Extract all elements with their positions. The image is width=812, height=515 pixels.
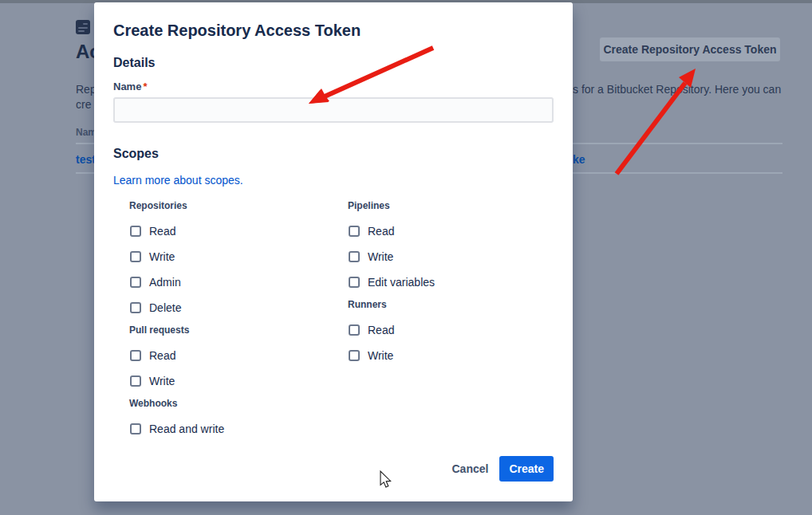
scope-group-repositories: Repositories Read Write Admin Delete	[113, 200, 332, 313]
scope-option-label: Delete	[149, 302, 181, 313]
scope-option-pipelines-write[interactable]: Write	[349, 251, 554, 262]
scopes-section-heading: Scopes	[113, 146, 554, 162]
scope-option-label: Write	[368, 350, 393, 361]
details-section-heading: Details	[113, 55, 554, 71]
checkbox-unchecked-icon[interactable]	[349, 324, 360, 336]
scope-option-label: Write	[149, 251, 175, 262]
scope-option-label: Write	[368, 251, 393, 262]
scope-group-label: Repositories	[129, 200, 332, 211]
scopes-column-right: Pipelines Read Write Edit variables Runn…	[332, 200, 554, 434]
checkbox-unchecked-icon[interactable]	[130, 350, 141, 361]
scope-option-label: Read	[368, 324, 394, 336]
scope-group-label: Runners	[348, 299, 554, 310]
token-name-link[interactable]: test	[76, 153, 96, 166]
scopes-column-left: Repositories Read Write Admin Delete	[113, 200, 332, 434]
scope-option-label: Edit variables	[368, 277, 435, 288]
checkbox-unchecked-icon[interactable]	[130, 226, 141, 237]
scope-option-label: Read	[149, 350, 175, 361]
scope-option-repositories-write[interactable]: Write	[130, 251, 332, 262]
checkbox-unchecked-icon[interactable]	[130, 423, 141, 434]
scope-option-runners-read[interactable]: Read	[349, 324, 554, 336]
checkbox-unchecked-icon[interactable]	[349, 277, 360, 288]
checkbox-unchecked-icon[interactable]	[349, 350, 360, 361]
scope-option-label: Read and write	[149, 423, 224, 434]
checkbox-unchecked-icon[interactable]	[130, 302, 141, 313]
scope-option-label: Read	[368, 226, 394, 237]
scope-option-label: Read	[149, 226, 175, 237]
checkbox-unchecked-icon[interactable]	[130, 375, 141, 387]
checkbox-unchecked-icon[interactable]	[130, 277, 141, 288]
scope-option-pipelines-read[interactable]: Read	[349, 226, 554, 237]
scope-option-repositories-read[interactable]: Read	[130, 226, 332, 237]
cancel-button[interactable]: Cancel	[443, 458, 496, 480]
scope-group-label: Pipelines	[348, 200, 554, 211]
scope-option-pipelines-edit-variables[interactable]: Edit variables	[349, 277, 554, 288]
page-description-fragment: s for a Bitbucket Repository. Here you c…	[573, 83, 781, 96]
scope-option-pull-requests-read[interactable]: Read	[130, 350, 332, 361]
scope-option-runners-write[interactable]: Write	[349, 350, 554, 361]
modal-title: Create Repository Access Token	[113, 21, 554, 40]
scope-group-pipelines: Pipelines Read Write Edit variables	[332, 200, 554, 288]
table-divider	[76, 172, 94, 174]
page-description-fragment: Rep	[76, 83, 97, 96]
scope-option-label: Write	[149, 375, 175, 387]
name-input[interactable]	[113, 97, 554, 123]
name-label-text: Name	[113, 81, 141, 92]
token-revoke-link[interactable]: ke	[573, 153, 585, 166]
required-asterisk: *	[143, 81, 147, 92]
table-divider	[76, 143, 94, 144]
scope-option-pull-requests-write[interactable]: Write	[130, 375, 332, 387]
scope-option-label: Admin	[149, 277, 181, 288]
scope-group-runners: Runners Read Write	[332, 299, 554, 361]
table-divider	[573, 143, 782, 144]
create-button[interactable]: Create	[499, 456, 554, 482]
scope-option-repositories-admin[interactable]: Admin	[130, 277, 332, 288]
table-divider	[573, 172, 782, 174]
scopes-columns: Repositories Read Write Admin Delete	[113, 200, 554, 434]
scope-option-repositories-delete[interactable]: Delete	[130, 302, 332, 313]
scope-option-webhooks-read-and-write[interactable]: Read and write	[130, 423, 332, 434]
create-repository-access-token-button[interactable]: Create Repository Access Token	[600, 37, 780, 61]
learn-more-about-scopes-link[interactable]: Learn more about scopes.	[113, 172, 243, 188]
name-field-label: Name*	[113, 81, 554, 93]
modal-footer: Cancel Create	[113, 456, 554, 482]
checkbox-unchecked-icon[interactable]	[130, 251, 141, 262]
repository-avatar-icon	[76, 20, 90, 34]
checkbox-unchecked-icon[interactable]	[349, 226, 360, 237]
page-description-fragment: cre	[76, 98, 91, 111]
checkbox-unchecked-icon[interactable]	[349, 251, 360, 262]
scope-group-label: Webhooks	[129, 398, 332, 409]
scope-group-webhooks: Webhooks Read and write	[113, 398, 332, 434]
scope-group-pull-requests: Pull requests Read Write	[113, 324, 332, 387]
scope-group-label: Pull requests	[129, 324, 332, 336]
create-repository-access-token-modal: Create Repository Access Token Details N…	[94, 2, 573, 501]
